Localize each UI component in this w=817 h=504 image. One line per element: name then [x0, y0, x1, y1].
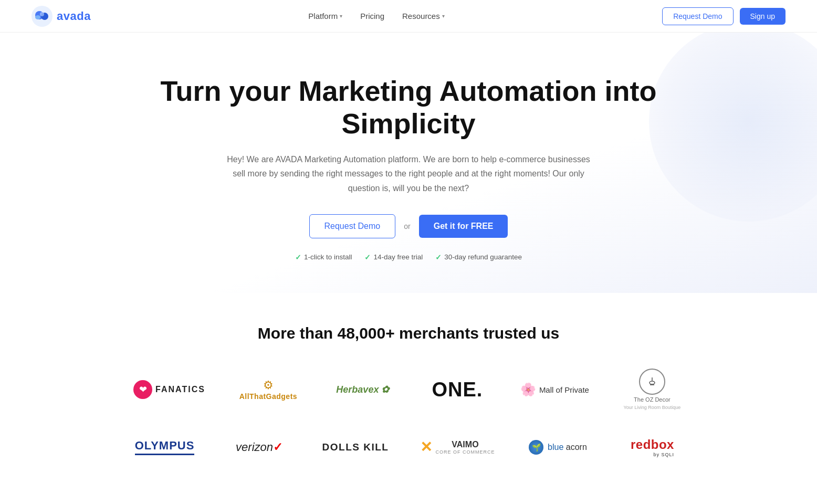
logo-herbavex: Herbavex ✿ [331, 384, 394, 395]
logo-fanatics: ❤ FANATICS [133, 380, 205, 399]
nav-platform[interactable]: Platform ▾ [301, 7, 350, 25]
logo-grid-row2: OLYMPUS verizon✓ DOLLS KILL ✕ VAIMO Core… [32, 437, 785, 457]
logo-verizon: verizon✓ [228, 440, 291, 454]
one-label: ONE. [432, 379, 483, 401]
main-nav: avada Platform ▾ Pricing Resources ▾ Req… [0, 0, 817, 33]
merchants-heading: More than 48,000+ merchants trusted us [32, 324, 785, 342]
mall-icon: 🌸 [520, 382, 536, 397]
svg-point-6 [650, 381, 655, 384]
logo-text: avada [57, 9, 91, 23]
hero-subheading: Hey! We are AVADA Marketing Automation p… [225, 152, 592, 195]
ozdecor-lamp-icon [646, 375, 658, 388]
vaimo-sublabel: Core of Commerce [435, 449, 495, 455]
check-icon-install: ✓ [295, 253, 301, 261]
resources-chevron-icon: ▾ [442, 13, 445, 19]
badge-trial: ✓ 14-day free trial [364, 253, 423, 261]
badge-install: ✓ 1-click to install [295, 253, 352, 261]
logo-mallofprivate: 🌸 Mall of Private [520, 382, 589, 397]
hero-trust-badges: ✓ 1-click to install ✓ 14-day free trial… [32, 253, 785, 261]
dollskill-label: DOLLS KILL [322, 442, 389, 453]
atg-icon: ⚙ [239, 379, 297, 392]
nav-resources[interactable]: Resources ▾ [395, 7, 452, 25]
hero-heading: Turn your Marketing Automation into Simp… [120, 75, 697, 140]
logo-ozdecor: The OZ DecorYour Living Room Boutique [621, 369, 684, 411]
badge-install-label: 1-click to install [304, 253, 352, 261]
mall-label: Mall of Private [539, 385, 589, 394]
logo-one: ONE. [426, 379, 489, 401]
redbox-sublabel: by SQLI [631, 452, 674, 457]
hero-get-free-button[interactable]: Get it for FREE [419, 215, 508, 238]
logo-link[interactable]: avada [32, 6, 91, 27]
platform-chevron-icon: ▾ [340, 13, 342, 19]
logo-olympus: OLYMPUS [133, 439, 196, 455]
fanatics-heart-icon: ❤ [133, 380, 152, 399]
fanatics-label: FANATICS [155, 385, 205, 394]
nav-signup-button[interactable]: Sign up [740, 8, 785, 25]
blueacorn-label: blue acorn [548, 443, 587, 452]
logo-blueacorn: 🌱 blue acorn [526, 440, 589, 455]
svg-point-4 [40, 12, 44, 16]
verizon-label: verizon✓ [236, 440, 282, 454]
svg-point-3 [35, 15, 40, 19]
ozdecor-circle-icon [639, 369, 665, 395]
avada-logo-icon [32, 6, 53, 27]
logo-allthatgadgets: ⚙ AllThatGadgets [237, 379, 300, 401]
logo-redbox: redbox by SQLI [621, 437, 684, 457]
atg-label: AllThatGadgets [239, 392, 297, 401]
hero-request-demo-button[interactable]: Request Demo [309, 214, 396, 238]
ozdecor-label: The OZ DecorYour Living Room Boutique [624, 396, 681, 411]
cta-or-label: or [404, 222, 410, 230]
logo-grid-row1: ❤ FANATICS ⚙ AllThatGadgets Herbavex ✿ O… [32, 369, 785, 411]
herbavex-label: Herbavex ✿ [336, 384, 389, 395]
check-icon-refund: ✓ [435, 253, 442, 261]
nav-links: Platform ▾ Pricing Resources ▾ [301, 7, 452, 25]
blueacorn-icon: 🌱 [529, 440, 543, 455]
merchants-section: More than 48,000+ merchants trusted us ❤… [0, 293, 817, 504]
badge-refund: ✓ 30-day refund guarantee [435, 253, 522, 261]
logo-dollskill: DOLLS KILL [322, 442, 389, 453]
badge-refund-label: 30-day refund guarantee [444, 253, 522, 261]
vaimo-text-group: VAIMO Core of Commerce [435, 439, 495, 455]
vaimo-x-icon: ✕ [420, 438, 432, 456]
nav-pricing[interactable]: Pricing [353, 7, 392, 25]
check-icon-trial: ✓ [364, 253, 371, 261]
vaimo-label: VAIMO [435, 439, 495, 449]
nav-actions: Request Demo Sign up [662, 7, 785, 25]
hero-section: Turn your Marketing Automation into Simp… [0, 33, 817, 293]
logo-vaimo: ✕ VAIMO Core of Commerce [420, 438, 495, 456]
nav-request-demo-button[interactable]: Request Demo [662, 7, 733, 25]
badge-trial-label: 14-day free trial [373, 253, 423, 261]
redbox-label: redbox by SQLI [631, 437, 674, 457]
hero-cta-group: Request Demo or Get it for FREE [32, 214, 785, 238]
olympus-label: OLYMPUS [135, 439, 195, 455]
